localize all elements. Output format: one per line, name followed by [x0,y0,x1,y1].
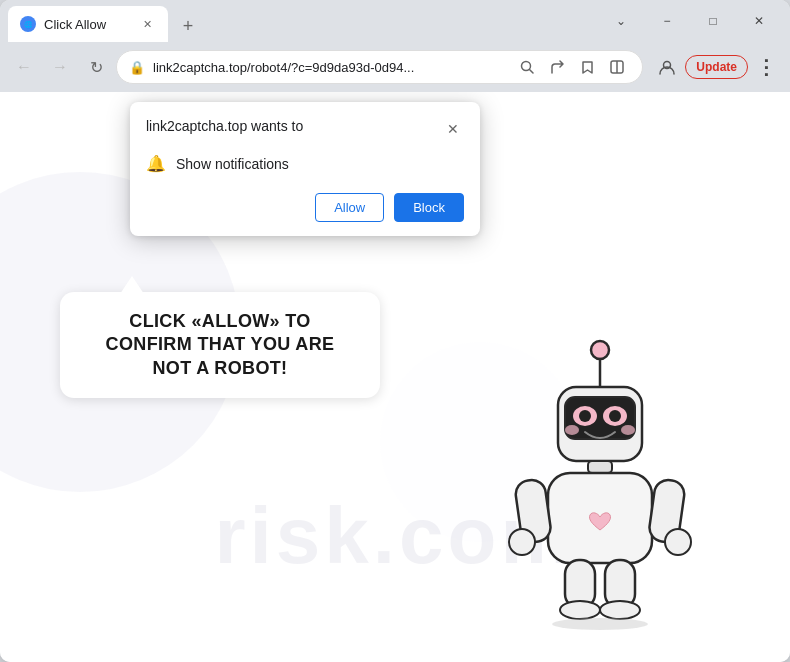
browser-window: 🌐 Click Allow ✕ + ⌄ − □ ✕ ← → ↻ 🔒 link2c… [0,0,790,662]
tab-favicon: 🌐 [20,16,36,32]
svg-line-3 [530,70,534,74]
tab-title: Click Allow [44,17,130,32]
speech-text: CLICK «ALLOW» TO CONFIRM THAT YOU ARE NO… [84,310,356,380]
split-view-icon-button[interactable] [604,54,630,80]
bell-icon: 🔔 [146,154,166,173]
allow-button[interactable]: Allow [315,193,384,222]
lock-icon: 🔒 [129,60,145,75]
minimize-button[interactable]: − [644,5,690,37]
back-button[interactable]: ← [8,51,40,83]
close-tab-button[interactable]: ✕ [138,15,156,33]
svg-point-23 [665,529,691,555]
svg-point-7 [591,341,609,359]
refresh-button[interactable]: ↻ [80,51,112,83]
svg-text:🌐: 🌐 [24,20,33,29]
bookmark-icon-button[interactable] [574,54,600,80]
address-bar: ← → ↻ 🔒 link2captcha.top/robot4/?c=9d9da… [0,42,790,92]
svg-point-12 [579,410,591,422]
active-tab[interactable]: 🌐 Click Allow ✕ [8,6,168,42]
profile-icon-button[interactable] [651,51,683,83]
popup-buttons: Allow Block [146,193,464,222]
page-content: risk.com link2captcha.top wants to ✕ 🔔 S… [0,92,790,662]
svg-rect-18 [588,461,612,473]
share-icon-button[interactable] [544,54,570,80]
popup-close-button[interactable]: ✕ [442,118,464,140]
speech-bubble: CLICK «ALLOW» TO CONFIRM THAT YOU ARE NO… [60,292,380,398]
search-icon-button[interactable] [514,54,540,80]
toolbar-icons: Update ⋮ [651,51,782,83]
svg-point-17 [621,425,635,435]
chevron-down-button[interactable]: ⌄ [598,5,644,37]
new-tab-button[interactable]: + [172,10,204,42]
permission-row: 🔔 Show notifications [146,150,464,177]
svg-point-25 [560,601,600,619]
update-button[interactable]: Update [685,55,748,79]
svg-point-27 [600,601,640,619]
close-button[interactable]: ✕ [736,5,782,37]
speech-bubble-area: CLICK «ALLOW» TO CONFIRM THAT YOU ARE NO… [60,292,380,398]
forward-button[interactable]: → [44,51,76,83]
kebab-menu-button[interactable]: ⋮ [750,51,782,83]
popup-header: link2captcha.top wants to ✕ [146,118,464,140]
window-controls: ⌄ − □ ✕ [598,5,782,37]
popup-title: link2captcha.top wants to [146,118,303,134]
address-action-icons [514,54,630,80]
maximize-button[interactable]: □ [690,5,736,37]
svg-point-15 [609,410,621,422]
title-bar: 🌐 Click Allow ✕ + ⌄ − □ ✕ [0,0,790,42]
url-display: link2captcha.top/robot4/?c=9d9da93d-0d94… [153,60,506,75]
tab-bar: 🌐 Click Allow ✕ + [8,0,598,42]
notification-popup: link2captcha.top wants to ✕ 🔔 Show notif… [130,102,480,236]
svg-point-16 [565,425,579,435]
robot-illustration [490,332,710,632]
permission-label: Show notifications [176,156,289,172]
svg-point-28 [552,618,648,630]
address-input-wrapper[interactable]: 🔒 link2captcha.top/robot4/?c=9d9da93d-0d… [116,50,643,84]
robot-svg [490,332,710,632]
svg-point-21 [509,529,535,555]
block-button[interactable]: Block [394,193,464,222]
